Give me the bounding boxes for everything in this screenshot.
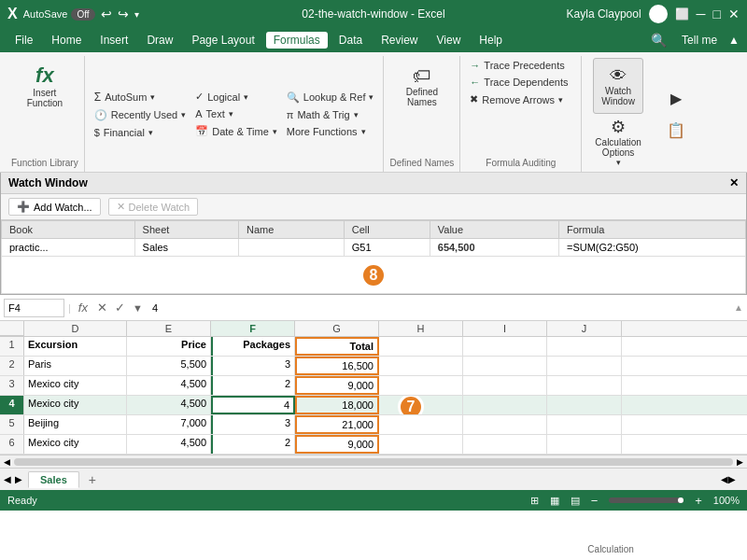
menu-insert[interactable]: Insert [92, 32, 135, 49]
cell-e4[interactable]: 4,500 [127, 396, 211, 414]
zoom-out-icon[interactable]: − [591, 494, 599, 508]
autosum-btn[interactable]: Σ AutoSum ▾ [91, 89, 190, 105]
cell-i4[interactable] [463, 396, 547, 414]
menu-view[interactable]: View [430, 32, 469, 49]
menu-file[interactable]: File [7, 32, 40, 49]
cell-g2[interactable]: 16,500 [295, 357, 379, 375]
cell-j2[interactable] [547, 357, 622, 375]
cell-j6[interactable] [547, 435, 622, 454]
defined-names-btn[interactable]: 🏷 DefinedNames [399, 58, 445, 114]
cell-h3[interactable] [379, 376, 463, 395]
next-sheet-icon[interactable]: ▶ [15, 474, 22, 484]
cell-f1[interactable]: Packages [211, 337, 295, 356]
formula-input[interactable] [148, 301, 730, 315]
cell-j4[interactable] [547, 396, 622, 414]
menu-review[interactable]: Review [374, 32, 425, 49]
cell-d1[interactable]: Excursion [24, 337, 127, 356]
text-btn[interactable]: A Text ▾ [191, 106, 281, 121]
cell-d6[interactable]: Mexico city [24, 435, 127, 454]
col-header-h[interactable]: H [379, 321, 463, 336]
menu-formulas[interactable]: Formulas [266, 32, 328, 49]
remove-arrows-dropdown[interactable]: ▾ [558, 95, 563, 105]
delete-watch-btn[interactable]: ✕ Delete Watch [108, 198, 199, 216]
calc-dropdown[interactable]: ▾ [616, 158, 621, 167]
redo-icon[interactable]: ↪ [118, 7, 129, 21]
cell-f5[interactable]: 3 [211, 415, 295, 434]
scroll-tab-right[interactable]: ▶ [728, 474, 736, 484]
more-fn-dropdown[interactable]: ▾ [361, 127, 366, 136]
add-sheet-btn[interactable]: + [81, 470, 104, 489]
cell-i3[interactable] [463, 376, 547, 395]
formula-bar-expand-icon[interactable]: ▲ [734, 302, 743, 313]
cell-i5[interactable] [463, 415, 547, 434]
autosave-toggle-area[interactable]: AutoSave Off [23, 8, 95, 21]
financial-btn[interactable]: $ Financial ▾ [91, 125, 190, 140]
confirm-entry-icon[interactable]: ✓ [113, 301, 127, 315]
calc-now-btn[interactable]: ▶ [653, 84, 699, 112]
ribbon-display-icon[interactable]: ⬜ [675, 7, 689, 21]
menu-draw[interactable]: Draw [139, 32, 180, 49]
recently-used-btn[interactable]: 🕐 Recently Used ▾ [91, 107, 190, 123]
search-icon[interactable]: 🔍 [651, 33, 667, 48]
menu-page-layout[interactable]: Page Layout [184, 32, 261, 49]
col-header-e[interactable]: E [127, 321, 211, 336]
watch-window-btn[interactable]: 👁 WatchWindow [593, 58, 643, 114]
cancel-entry-icon[interactable]: ✕ [95, 301, 109, 315]
cell-name-box[interactable] [4, 299, 64, 317]
logical-dropdown[interactable]: ▾ [244, 92, 248, 102]
ribbon-collapse-icon[interactable]: ▲ [728, 34, 740, 47]
zoom-in-icon[interactable]: + [695, 494, 702, 508]
cell-e2[interactable]: 5,500 [127, 357, 211, 375]
cell-f3[interactable]: 2 [211, 376, 295, 395]
add-watch-btn[interactable]: ➕ Add Watch... [8, 198, 101, 216]
cell-d5[interactable]: Beijing [24, 415, 127, 434]
menu-data[interactable]: Data [331, 32, 370, 49]
undo-icon[interactable]: ↩ [101, 7, 112, 21]
calculation-options-btn[interactable]: ⚙ CalculationOptions ▾ [587, 114, 648, 170]
col-header-f[interactable]: F [211, 321, 295, 336]
lookup-dropdown[interactable]: ▾ [369, 92, 374, 102]
cell-e3[interactable]: 4,500 [127, 376, 211, 395]
h-scrollbar[interactable]: ◀ ▶ [0, 455, 747, 468]
cell-i6[interactable] [463, 435, 547, 454]
cell-j3[interactable] [547, 376, 622, 395]
normal-view-icon[interactable]: ⊞ [530, 495, 539, 507]
math-dropdown[interactable]: ▾ [354, 110, 359, 119]
cell-d4[interactable]: Mexico city [24, 396, 127, 414]
cell-h2[interactable] [379, 357, 463, 375]
cell-f6[interactable]: 2 [211, 435, 295, 454]
scroll-left-icon[interactable]: ◀ [4, 457, 10, 467]
cell-h4[interactable]: 7 [379, 396, 463, 414]
menu-home[interactable]: Home [44, 32, 89, 49]
col-header-g[interactable]: G [295, 321, 379, 336]
date-time-dropdown[interactable]: ▾ [273, 127, 277, 136]
minimize-btn[interactable]: ─ [697, 7, 706, 21]
cell-f4[interactable]: 4 [211, 396, 295, 414]
cell-e6[interactable]: 4,500 [127, 435, 211, 454]
menu-help[interactable]: Help [472, 32, 510, 49]
watch-window-close-icon[interactable]: ✕ [729, 176, 739, 189]
trace-precedents-btn[interactable]: → Trace Precedents [466, 58, 575, 73]
cell-d2[interactable]: Paris [24, 357, 127, 375]
close-btn[interactable]: ✕ [728, 7, 740, 21]
cell-g1[interactable]: Total [295, 337, 379, 356]
cell-e1[interactable]: Price [127, 337, 211, 356]
autosave-state[interactable]: Off [71, 8, 94, 21]
insert-function-btn[interactable]: fx InsertFunction [21, 58, 68, 114]
col-header-j[interactable]: J [547, 321, 622, 336]
cell-g4[interactable]: 18,000 [295, 396, 379, 414]
page-break-icon[interactable]: ▤ [571, 495, 580, 507]
cell-i2[interactable] [463, 357, 547, 375]
cell-j1[interactable] [547, 337, 622, 356]
cell-h6[interactable] [379, 435, 463, 454]
more-fn-btn[interactable]: More Functions ▾ [283, 124, 378, 139]
col-header-i[interactable]: I [463, 321, 547, 336]
remove-arrows-btn[interactable]: ✖ Remove Arrows ▾ [466, 91, 575, 107]
calc-sheet-btn[interactable]: 📋 [653, 116, 699, 144]
lookup-btn[interactable]: 🔍 Lookup & Ref ▾ [283, 90, 378, 105]
cell-d3[interactable]: Mexico city [24, 376, 127, 395]
cell-h1[interactable] [379, 337, 463, 356]
cell-f2[interactable]: 3 [211, 357, 295, 375]
expand-formula-icon[interactable]: ▼ [131, 302, 145, 314]
recently-used-dropdown[interactable]: ▾ [181, 110, 186, 119]
